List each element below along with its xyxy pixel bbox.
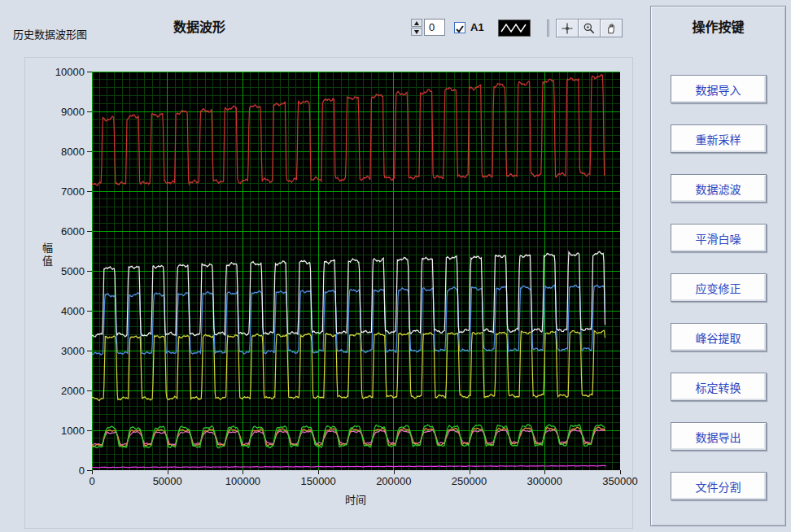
calibration-conversion-button[interactable]: 标定转换 — [671, 373, 767, 401]
y-tick-mark — [87, 72, 92, 72]
pan-tool-button[interactable] — [600, 19, 623, 37]
data-export-button[interactable]: 数据导出 — [671, 422, 767, 451]
plot-area[interactable] — [92, 72, 620, 470]
y-tick-label: 9000 — [31, 106, 85, 118]
hand-icon — [603, 21, 619, 36]
y-tick-label: 1000 — [31, 425, 85, 437]
app-window: { "window": { "background": "#d9dfe9" },… — [0, 0, 791, 532]
x-tick-label: 100000 — [210, 475, 275, 487]
x-tick-label: 250000 — [437, 475, 502, 487]
spinner-increment-button[interactable] — [411, 19, 422, 27]
triangle-down-icon — [414, 30, 419, 34]
y-tick-mark — [87, 191, 92, 192]
data-filter-button[interactable]: 数据滤波 — [671, 174, 767, 203]
waveform-glyph-icon — [499, 20, 530, 36]
spinner-value[interactable]: 0 — [424, 19, 445, 36]
y-tick-label: 7000 — [31, 185, 85, 198]
operation-panel-title: 操作按键 — [651, 16, 785, 36]
y-tick-label: 8000 — [31, 146, 85, 158]
x-tick-label: 300000 — [512, 475, 577, 487]
file-split-button[interactable]: 文件分割 — [671, 472, 767, 500]
plot-legend-label: A1 — [470, 21, 484, 33]
y-tick-label: 10000 — [31, 66, 85, 78]
x-axis-title: 时间 — [323, 491, 388, 507]
zoom-tool-button[interactable] — [578, 19, 601, 37]
x-tick-mark — [92, 470, 93, 474]
y-tick-mark — [87, 111, 92, 112]
spinner-arrows — [411, 19, 422, 36]
strain-correction-button[interactable]: 应变修正 — [671, 273, 767, 302]
y-tick-label: 4000 — [31, 305, 85, 317]
data-import-button[interactable]: 数据导入 — [671, 75, 767, 103]
x-tick-mark — [620, 470, 621, 474]
y-tick-mark — [87, 390, 92, 391]
smooth-white-noise-button[interactable]: 平滑白噪 — [671, 224, 767, 252]
crosshair-icon — [559, 21, 575, 36]
y-tick-mark — [87, 351, 92, 351]
y-tick-mark — [87, 271, 92, 272]
magnifier-icon — [581, 21, 597, 36]
y-tick-mark — [87, 311, 92, 312]
plot-legend-line-icon[interactable] — [498, 20, 531, 37]
checkmark-icon — [455, 24, 465, 34]
cursor-tool-button[interactable] — [556, 19, 579, 37]
x-tick-mark — [394, 470, 395, 474]
chart-title: 数据波形 — [126, 16, 273, 36]
x-tick-label: 50000 — [135, 475, 200, 487]
x-tick-mark — [168, 470, 168, 474]
x-tick-mark — [318, 470, 319, 474]
x-tick-label: 150000 — [286, 475, 351, 487]
triangle-up-icon — [414, 21, 419, 25]
y-tick-label: 6000 — [31, 225, 85, 238]
y-tick-label: 3000 — [31, 345, 85, 357]
y-tick-mark — [87, 430, 92, 431]
x-tick-mark — [544, 470, 545, 474]
y-tick-mark — [87, 151, 92, 152]
x-tick-label: 0 — [59, 475, 125, 487]
x-tick-label: 200000 — [361, 475, 426, 487]
x-tick-label: 350000 — [588, 475, 653, 487]
toolbar-separator — [547, 20, 549, 37]
operation-buttons: 数据导入 重新采样 数据滤波 平滑白噪 应变修正 峰谷提取 标定转换 数据导出 … — [651, 75, 785, 500]
chart-corner-label: 历史数据波形图 — [13, 26, 87, 41]
y-tick-label: 5000 — [31, 265, 85, 277]
graph-toolbar — [557, 19, 623, 37]
x-tick-mark — [470, 470, 470, 474]
plot-visibility-checkbox[interactable] — [454, 22, 465, 33]
peak-valley-extraction-button[interactable]: 峰谷提取 — [671, 323, 767, 351]
chart-index-spinner: 0 — [411, 19, 445, 36]
spinner-decrement-button[interactable] — [411, 28, 422, 36]
y-tick-label: 2000 — [31, 385, 85, 397]
x-tick-mark — [243, 470, 243, 474]
operation-panel: 操作按键 数据导入 重新采样 数据滤波 平滑白噪 应变修正 峰谷提取 标定转换 … — [650, 6, 786, 526]
y-tick-mark — [87, 231, 92, 232]
resample-button[interactable]: 重新采样 — [671, 124, 767, 153]
